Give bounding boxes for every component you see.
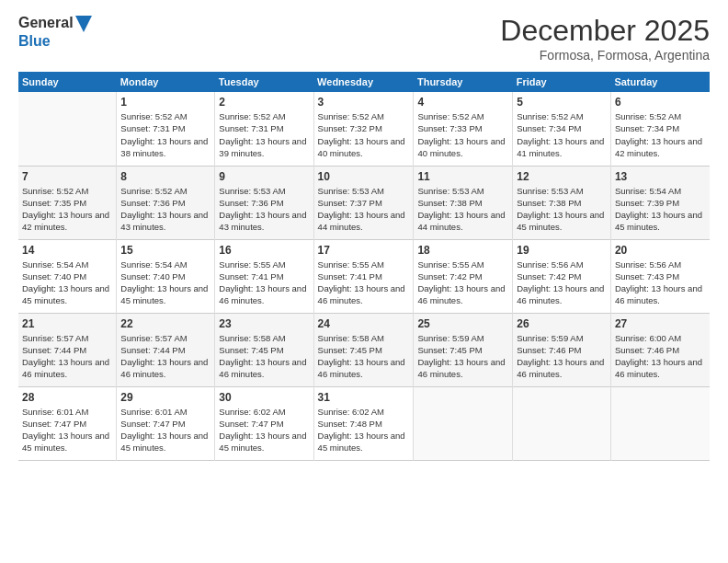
cell-info: Sunrise: 6:00 AMSunset: 7:46 PMDaylight:… [615, 332, 706, 381]
day-number: 13 [615, 170, 706, 183]
day-number: 16 [219, 244, 309, 257]
calendar-cell: 21 Sunrise: 5:57 AMSunset: 7:44 PMDaylig… [18, 313, 117, 386]
calendar-cell: 6 Sunrise: 5:52 AMSunset: 7:34 PMDayligh… [610, 92, 710, 166]
cell-info: Sunrise: 5:58 AMSunset: 7:45 PMDaylight:… [219, 332, 309, 381]
day-number: 5 [517, 96, 607, 109]
day-number: 14 [22, 244, 112, 257]
cell-info: Sunrise: 5:52 AMSunset: 7:35 PMDaylight:… [22, 185, 112, 234]
col-tuesday: Tuesday [215, 72, 313, 92]
day-number: 17 [318, 244, 410, 257]
cell-info: Sunrise: 5:55 AMSunset: 7:41 PMDaylight:… [318, 259, 410, 307]
page-header: General Blue December 2025 Formosa, Form… [18, 14, 710, 63]
title-block: December 2025 Formosa, Formosa, Argentin… [500, 14, 710, 63]
cell-info: Sunrise: 5:52 AMSunset: 7:31 PMDaylight:… [120, 110, 210, 159]
calendar-cell: 23 Sunrise: 5:58 AMSunset: 7:45 PMDaylig… [215, 313, 313, 386]
calendar-cell: 17 Sunrise: 5:55 AMSunset: 7:41 PMDaylig… [313, 239, 414, 313]
day-number: 30 [219, 391, 309, 404]
calendar-cell: 4 Sunrise: 5:52 AMSunset: 7:33 PMDayligh… [414, 92, 513, 166]
cell-info: Sunrise: 5:52 AMSunset: 7:33 PMDaylight:… [417, 110, 508, 159]
calendar-cell: 27 Sunrise: 6:00 AMSunset: 7:46 PMDaylig… [610, 313, 710, 386]
cell-info: Sunrise: 5:59 AMSunset: 7:45 PMDaylight:… [417, 332, 508, 381]
cell-info: Sunrise: 5:56 AMSunset: 7:43 PMDaylight:… [615, 259, 706, 307]
col-thursday: Thursday [414, 72, 513, 92]
calendar-cell: 31 Sunrise: 6:02 AMSunset: 7:48 PMDaylig… [313, 386, 414, 460]
calendar-cell [18, 92, 117, 166]
cell-info: Sunrise: 5:53 AMSunset: 7:37 PMDaylight:… [318, 185, 410, 234]
col-wednesday: Wednesday [313, 72, 414, 92]
calendar-cell: 22 Sunrise: 5:57 AMSunset: 7:44 PMDaylig… [117, 313, 215, 386]
calendar-table: Sunday Monday Tuesday Wednesday Thursday… [18, 72, 710, 461]
col-saturday: Saturday [610, 72, 710, 92]
calendar-cell [513, 386, 611, 460]
cell-info: Sunrise: 5:52 AMSunset: 7:36 PMDaylight:… [120, 185, 210, 234]
cell-info: Sunrise: 5:52 AMSunset: 7:34 PMDaylight:… [615, 110, 706, 159]
day-number: 6 [615, 96, 706, 109]
calendar-cell: 12 Sunrise: 5:53 AMSunset: 7:38 PMDaylig… [513, 166, 611, 239]
cell-info: Sunrise: 5:52 AMSunset: 7:34 PMDaylight:… [517, 110, 607, 159]
calendar-cell: 9 Sunrise: 5:53 AMSunset: 7:36 PMDayligh… [215, 166, 313, 239]
day-number: 23 [219, 317, 309, 330]
calendar-cell: 5 Sunrise: 5:52 AMSunset: 7:34 PMDayligh… [513, 92, 611, 166]
day-number: 29 [120, 391, 210, 404]
calendar-cell: 24 Sunrise: 5:58 AMSunset: 7:45 PMDaylig… [313, 313, 414, 386]
day-number: 27 [615, 317, 706, 330]
calendar-cell: 8 Sunrise: 5:52 AMSunset: 7:36 PMDayligh… [117, 166, 215, 239]
day-number: 25 [417, 317, 508, 330]
calendar-cell: 29 Sunrise: 6:01 AMSunset: 7:47 PMDaylig… [117, 386, 215, 460]
calendar-cell: 30 Sunrise: 6:02 AMSunset: 7:47 PMDaylig… [215, 386, 313, 460]
svg-marker-0 [75, 16, 92, 32]
cell-info: Sunrise: 5:52 AMSunset: 7:31 PMDaylight:… [219, 110, 309, 159]
cell-info: Sunrise: 5:54 AMSunset: 7:39 PMDaylight:… [615, 185, 706, 234]
day-number: 3 [318, 96, 410, 109]
calendar-cell: 28 Sunrise: 6:01 AMSunset: 7:47 PMDaylig… [18, 386, 117, 460]
cell-info: Sunrise: 5:53 AMSunset: 7:38 PMDaylight:… [417, 185, 508, 234]
col-monday: Monday [117, 72, 215, 92]
day-number: 15 [120, 244, 210, 257]
calendar-cell: 11 Sunrise: 5:53 AMSunset: 7:38 PMDaylig… [414, 166, 513, 239]
cell-info: Sunrise: 6:02 AMSunset: 7:47 PMDaylight:… [219, 406, 309, 454]
day-number: 21 [22, 317, 112, 330]
day-number: 18 [417, 244, 508, 257]
cell-info: Sunrise: 5:57 AMSunset: 7:44 PMDaylight:… [22, 332, 112, 381]
cell-info: Sunrise: 5:56 AMSunset: 7:42 PMDaylight:… [517, 259, 607, 307]
day-number: 7 [22, 170, 112, 183]
cell-info: Sunrise: 5:52 AMSunset: 7:32 PMDaylight:… [318, 110, 410, 159]
calendar-week-row: 21 Sunrise: 5:57 AMSunset: 7:44 PMDaylig… [18, 313, 710, 386]
day-number: 9 [219, 170, 309, 183]
calendar-cell [414, 386, 513, 460]
calendar-cell: 1 Sunrise: 5:52 AMSunset: 7:31 PMDayligh… [117, 92, 215, 166]
calendar-week-row: 1 Sunrise: 5:52 AMSunset: 7:31 PMDayligh… [18, 92, 710, 166]
cell-info: Sunrise: 5:55 AMSunset: 7:41 PMDaylight:… [219, 259, 309, 307]
day-number: 10 [318, 170, 410, 183]
calendar-page: General Blue December 2025 Formosa, Form… [0, 0, 728, 563]
cell-info: Sunrise: 5:54 AMSunset: 7:40 PMDaylight:… [22, 259, 112, 307]
day-number: 26 [517, 317, 607, 330]
day-number: 2 [219, 96, 309, 109]
cell-info: Sunrise: 5:58 AMSunset: 7:45 PMDaylight:… [318, 332, 410, 381]
cell-info: Sunrise: 6:02 AMSunset: 7:48 PMDaylight:… [318, 406, 410, 454]
calendar-cell: 14 Sunrise: 5:54 AMSunset: 7:40 PMDaylig… [18, 239, 117, 313]
col-friday: Friday [513, 72, 611, 92]
logo-text: General Blue [18, 14, 92, 50]
calendar-cell: 26 Sunrise: 5:59 AMSunset: 7:46 PMDaylig… [513, 313, 611, 386]
day-number: 28 [22, 391, 112, 404]
calendar-week-row: 28 Sunrise: 6:01 AMSunset: 7:47 PMDaylig… [18, 386, 710, 460]
day-number: 31 [318, 391, 410, 404]
header-row: Sunday Monday Tuesday Wednesday Thursday… [18, 72, 710, 92]
cell-info: Sunrise: 5:54 AMSunset: 7:40 PMDaylight:… [120, 259, 210, 307]
calendar-cell: 15 Sunrise: 5:54 AMSunset: 7:40 PMDaylig… [117, 239, 215, 313]
cell-info: Sunrise: 6:01 AMSunset: 7:47 PMDaylight:… [120, 406, 210, 454]
cell-info: Sunrise: 5:53 AMSunset: 7:36 PMDaylight:… [219, 185, 309, 234]
day-number: 12 [517, 170, 607, 183]
calendar-cell: 25 Sunrise: 5:59 AMSunset: 7:45 PMDaylig… [414, 313, 513, 386]
day-number: 24 [318, 317, 410, 330]
cell-info: Sunrise: 5:55 AMSunset: 7:42 PMDaylight:… [417, 259, 508, 307]
calendar-cell: 7 Sunrise: 5:52 AMSunset: 7:35 PMDayligh… [18, 166, 117, 239]
calendar-cell [610, 386, 710, 460]
calendar-cell: 2 Sunrise: 5:52 AMSunset: 7:31 PMDayligh… [215, 92, 313, 166]
calendar-week-row: 7 Sunrise: 5:52 AMSunset: 7:35 PMDayligh… [18, 166, 710, 239]
day-number: 19 [517, 244, 607, 257]
day-number: 11 [417, 170, 508, 183]
calendar-cell: 20 Sunrise: 5:56 AMSunset: 7:43 PMDaylig… [610, 239, 710, 313]
day-number: 22 [120, 317, 210, 330]
